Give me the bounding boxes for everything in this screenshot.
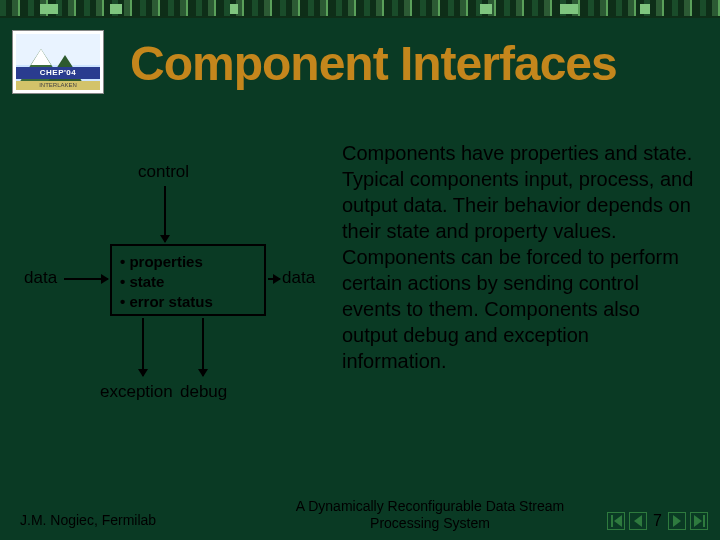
arrow-debug-out [202,318,204,376]
nav-last-button[interactable] [690,512,708,530]
nav-next-button[interactable] [668,512,686,530]
slide-title: Component Interfaces [130,36,617,91]
footer-author: J.M. Nogiec, Fermilab [20,512,156,528]
conference-logo: CHEP'04 INTERLAKEN [12,30,104,94]
arrow-exception-out [142,318,144,376]
body-paragraph: Components have properties and state. Ty… [342,140,696,374]
label-debug: debug [180,382,227,402]
logo-banner: CHEP'04 [16,67,100,79]
arrow-data-in [64,278,108,280]
component-diagram: control data data exception debug proper… [20,150,330,430]
label-data-in: data [24,268,57,288]
nav-prev-button[interactable] [629,512,647,530]
label-control: control [138,162,189,182]
slide-nav: 7 [607,512,708,530]
footer-project-title: A Dynamically Reconfigurable Data Stream… [260,498,600,532]
arrow-control-in [164,186,166,242]
box-line-error-status: error status [120,292,256,312]
label-exception: exception [100,382,173,402]
arrow-data-out [268,278,280,280]
box-line-properties: properties [120,252,256,272]
logo-subtitle: INTERLAKEN [16,81,100,90]
window-titlebar-decor [0,0,720,18]
page-number: 7 [651,512,664,530]
component-box: properties state error status [110,244,266,316]
label-data-out: data [282,268,315,288]
nav-first-button[interactable] [607,512,625,530]
box-line-state: state [120,272,256,292]
